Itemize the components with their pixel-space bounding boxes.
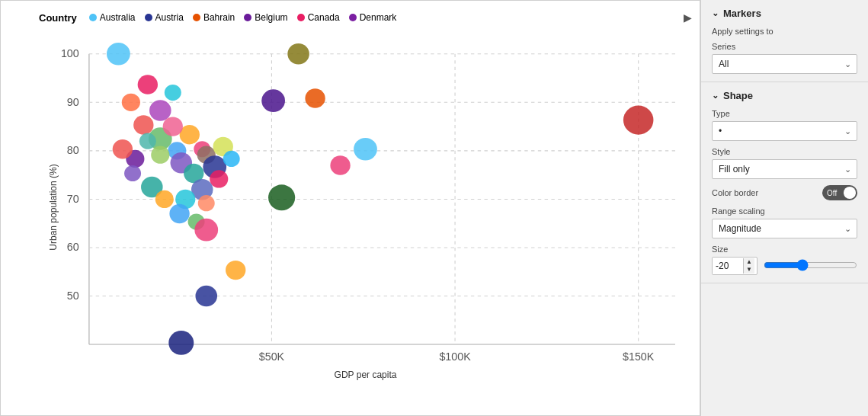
legend-dot-canada: [297, 14, 305, 21]
markers-section: ⌄ Markers Apply settings to Series All ⌄: [701, 0, 868, 82]
svg-point-57: [168, 331, 194, 355]
size-input-wrap: ▲ ▼: [712, 257, 757, 275]
range-scaling-select[interactable]: Magnitude: [712, 219, 857, 238]
svg-text:90: 90: [67, 96, 79, 108]
svg-point-55: [226, 261, 245, 280]
svg-point-54: [268, 184, 295, 210]
svg-point-21: [138, 75, 158, 94]
legend-dot-denmark: [349, 14, 357, 21]
svg-point-25: [133, 115, 153, 134]
size-row: ▲ ▼: [712, 257, 857, 275]
legend-label-austria: Austria: [155, 12, 184, 23]
svg-point-22: [122, 94, 140, 111]
range-scaling-label: Range scaling: [712, 206, 857, 216]
color-border-row: Color border Off: [712, 185, 857, 200]
legend-label-denmark: Denmark: [360, 12, 397, 23]
type-select[interactable]: •: [712, 121, 857, 141]
svg-text:$50K: $50K: [259, 350, 285, 363]
markers-section-title: Markers: [723, 8, 761, 19]
legend-item-australia: Australia: [89, 12, 136, 23]
shape-section: ⌄ Shape Type • ⌄ Style Fill only ⌄ Color…: [701, 82, 868, 283]
right-panel: ⌄ Markers Apply settings to Series All ⌄…: [700, 0, 868, 416]
legend-title: Country: [39, 12, 77, 24]
svg-point-48: [169, 204, 189, 223]
markers-section-header[interactable]: ⌄ Markers: [712, 8, 857, 19]
legend-item-bahrain: Bahrain: [193, 12, 235, 23]
legend-item-denmark: Denmark: [349, 12, 397, 23]
size-slider[interactable]: [764, 259, 857, 271]
shape-section-title: Shape: [723, 90, 753, 101]
color-border-toggle[interactable]: Off: [822, 185, 857, 200]
svg-text:100: 100: [61, 47, 79, 59]
svg-point-44: [113, 139, 133, 158]
series-label: Series: [712, 42, 857, 51]
style-label: Style: [712, 147, 857, 156]
svg-point-51: [261, 89, 285, 112]
svg-text:70: 70: [67, 193, 79, 205]
svg-point-59: [330, 155, 350, 174]
y-axis-label: Urban population (%): [48, 164, 59, 250]
svg-point-41: [163, 117, 183, 136]
legend-item-belgium: Belgium: [244, 12, 287, 23]
toggle-off-text: Off: [827, 189, 837, 197]
style-select-wrap: Fill only ⌄: [712, 159, 857, 179]
svg-point-52: [287, 43, 309, 65]
series-select-wrap: All ⌄: [712, 54, 857, 74]
legend-label-belgium: Belgium: [255, 12, 287, 23]
legend-dot-belgium: [244, 14, 251, 21]
plot-container: Urban population (%) .grid-line { stroke…: [39, 30, 692, 385]
size-spinners: ▲ ▼: [743, 258, 754, 274]
svg-point-60: [623, 106, 654, 135]
svg-point-23: [149, 100, 171, 121]
svg-text:50: 50: [67, 290, 79, 302]
legend-label-canada: Canada: [308, 12, 340, 23]
legend: Country Australia Austria Bahrain Belgiu…: [39, 8, 692, 30]
shape-chevron-icon: ⌄: [712, 91, 719, 101]
svg-point-40: [151, 146, 169, 164]
shape-section-header[interactable]: ⌄ Shape: [712, 90, 857, 101]
legend-dot-australia: [89, 14, 97, 21]
size-slider-wrap: [764, 259, 857, 274]
type-label: Type: [712, 109, 857, 118]
svg-point-56: [195, 286, 217, 307]
series-select[interactable]: All: [712, 54, 857, 74]
legend-dot-bahrain: [193, 14, 200, 21]
legend-item-canada: Canada: [297, 12, 340, 23]
svg-point-58: [354, 138, 377, 161]
legend-item-austria: Austria: [145, 12, 184, 23]
toggle-knob: [844, 187, 856, 199]
svg-text:80: 80: [67, 144, 79, 156]
legend-dot-austria: [145, 14, 152, 21]
svg-text:60: 60: [67, 241, 79, 253]
style-select[interactable]: Fill only: [712, 159, 857, 179]
size-label: Size: [712, 245, 857, 254]
svg-point-45: [124, 165, 141, 181]
color-border-label: Color border: [712, 188, 758, 197]
svg-point-53: [305, 88, 325, 107]
svg-point-47: [155, 190, 174, 208]
type-select-wrap: • ⌄: [712, 121, 857, 141]
apply-settings-label: Apply settings to: [712, 27, 857, 36]
svg-point-24: [165, 85, 181, 101]
scatter-plot: .grid-line { stroke: #d0d0d0; stroke-das…: [39, 30, 692, 385]
legend-label-australia: Australia: [100, 12, 136, 23]
range-scaling-select-wrap: Magnitude ⌄: [712, 219, 857, 238]
legend-label-bahrain: Bahrain: [203, 12, 235, 23]
svg-text:$100K: $100K: [439, 350, 471, 363]
legend-more-arrow[interactable]: ▶: [684, 11, 692, 24]
x-axis-label: GDP per capita: [335, 370, 397, 380]
size-increment-button[interactable]: ▲: [743, 258, 754, 266]
svg-point-50: [194, 219, 218, 242]
svg-text:$150K: $150K: [623, 350, 655, 363]
svg-point-36: [210, 170, 228, 187]
markers-chevron-icon: ⌄: [712, 8, 719, 18]
svg-point-35: [223, 151, 240, 167]
svg-point-42: [139, 133, 156, 149]
size-decrement-button[interactable]: ▼: [743, 266, 754, 274]
size-input[interactable]: [713, 258, 743, 274]
chart-area: Country Australia Austria Bahrain Belgiu…: [0, 0, 700, 416]
svg-point-20: [107, 43, 130, 66]
svg-point-39: [198, 195, 215, 211]
